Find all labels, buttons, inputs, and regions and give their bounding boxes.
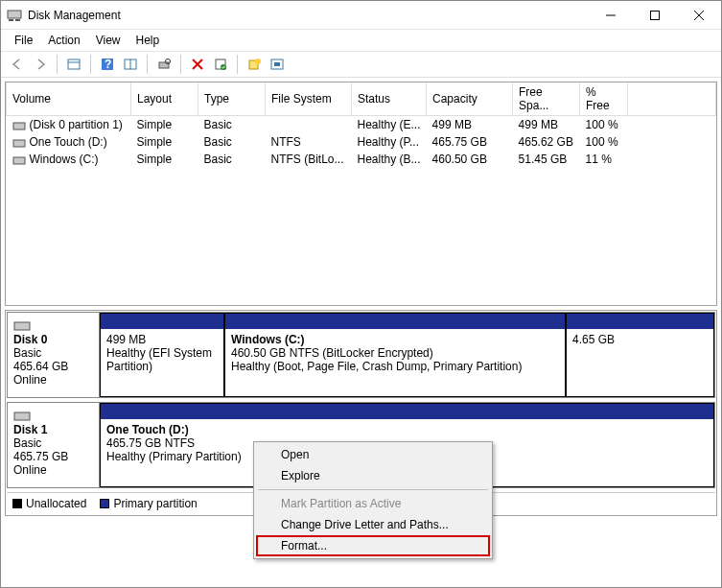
disk-info[interactable]: Disk 0Basic465.64 GBOnline [8, 313, 100, 397]
delete-button[interactable] [187, 54, 208, 75]
menu-bar: File Action View Help [1, 30, 721, 51]
svg-rect-22 [274, 62, 280, 66]
partition-header [101, 404, 713, 419]
app-icon [7, 8, 22, 23]
col-spacer [628, 82, 716, 116]
disk-icon [13, 412, 93, 421]
col-free[interactable]: Free Spa... [513, 82, 580, 116]
disk-state: Online [13, 463, 93, 477]
disk-row: Disk 0Basic465.64 GBOnline499 MBHealthy … [7, 312, 715, 398]
partition-size: 460.50 GB NTFS (BitLocker Encrypted) [231, 346, 559, 360]
table-row[interactable]: (Disk 0 partition 1)SimpleBasicHealthy (… [7, 116, 716, 134]
window-controls [589, 1, 721, 30]
svg-point-20 [255, 59, 261, 64]
svg-rect-27 [14, 412, 30, 420]
menu-action[interactable]: Action [40, 32, 87, 49]
partition-body: 4.65 GB [567, 329, 713, 396]
menu-help[interactable]: Help [128, 32, 168, 49]
close-button[interactable] [677, 1, 721, 30]
menu-view[interactable]: View [88, 32, 128, 49]
col-pctfree[interactable]: % Free [580, 82, 628, 116]
help-button[interactable]: ? [97, 54, 118, 75]
new-volume-button[interactable] [244, 54, 265, 75]
partition-body: Windows (C:)460.50 GB NTFS (BitLocker En… [225, 329, 565, 396]
partition-header [567, 314, 713, 329]
title-bar: Disk Management [1, 1, 721, 30]
context-menu: Open Explore Mark Partition as Active Ch… [253, 441, 493, 559]
partition[interactable]: Windows (C:)460.50 GB NTFS (BitLocker En… [224, 313, 566, 397]
ctx-change-drive-letter[interactable]: Change Drive Letter and Paths... [256, 514, 490, 535]
disk-size: 465.75 GB [13, 450, 93, 463]
maximize-button[interactable] [633, 1, 677, 30]
col-capacity[interactable]: Capacity [427, 82, 513, 116]
toolbar-separator [147, 55, 148, 74]
disk-icon [13, 321, 93, 331]
svg-text:?: ? [105, 58, 111, 71]
volume-table: Volume Layout Type File System Status Ca… [6, 82, 716, 168]
volume-icon [12, 154, 26, 166]
disk-state: Online [13, 373, 93, 387]
partition-status: Healthy (Boot, Page File, Crash Dump, Pr… [231, 360, 559, 373]
svg-rect-24 [13, 140, 25, 147]
partition[interactable]: 4.65 GB [566, 313, 714, 397]
svg-rect-26 [14, 322, 30, 330]
disk-type: Basic [13, 436, 93, 450]
disk-label: Disk 0 [13, 333, 93, 346]
menu-file[interactable]: File [7, 32, 40, 49]
legend-primary-swatch [100, 499, 109, 508]
partition[interactable]: 499 MBHealthy (EFI System Partition) [100, 313, 224, 397]
partition-header [101, 314, 223, 329]
column-headers: Volume Layout Type File System Status Ca… [7, 82, 716, 116]
minimize-button[interactable] [589, 1, 633, 30]
disk-info[interactable]: Disk 1Basic465.75 GBOnline [8, 403, 100, 487]
properties-button[interactable] [210, 54, 231, 75]
table-row[interactable]: One Touch (D:)SimpleBasicNTFSHealthy (P.… [7, 133, 716, 151]
partition-body: 499 MBHealthy (EFI System Partition) [101, 329, 223, 396]
svg-rect-4 [651, 11, 660, 19]
toolbar-separator [237, 55, 238, 74]
svg-rect-2 [15, 19, 20, 21]
partition-size: 4.65 GB [572, 333, 708, 346]
back-button[interactable] [7, 54, 28, 75]
col-fs[interactable]: File System [266, 82, 352, 116]
col-type[interactable]: Type [198, 82, 266, 116]
legend-unallocated-swatch [12, 499, 22, 508]
svg-rect-7 [68, 59, 80, 69]
partition-name: One Touch (D:) [106, 423, 708, 436]
rescan-button[interactable] [153, 54, 175, 75]
volume-list-pane: Volume Layout Type File System Status Ca… [5, 82, 717, 306]
col-layout[interactable]: Layout [131, 82, 198, 116]
partition-name: Windows (C:) [231, 333, 559, 346]
toolbar-separator [90, 55, 91, 74]
legend-primary-label: Primary partition [113, 497, 197, 510]
toolbar: ? [1, 51, 721, 78]
partition-header [225, 314, 565, 329]
disk-size: 465.64 GB [13, 360, 93, 373]
show-hide-console-button[interactable] [63, 54, 84, 75]
refresh-button[interactable] [120, 54, 141, 75]
settings-button[interactable] [267, 54, 288, 75]
table-row[interactable]: Windows (C:)SimpleBasicNTFS (BitLo...Hea… [7, 151, 716, 168]
svg-rect-25 [13, 157, 25, 164]
ctx-explore[interactable]: Explore [256, 465, 490, 486]
svg-rect-23 [13, 123, 25, 129]
ctx-open[interactable]: Open [256, 444, 490, 465]
ctx-separator [258, 489, 488, 490]
forward-button[interactable] [30, 54, 51, 75]
svg-rect-13 [159, 62, 169, 68]
disk-label: Disk 1 [13, 423, 93, 436]
col-volume[interactable]: Volume [7, 82, 131, 116]
svg-rect-1 [9, 19, 13, 21]
toolbar-separator [57, 55, 58, 74]
toolbar-separator [180, 55, 181, 74]
disk-graphical-pane: Disk 0Basic465.64 GBOnline499 MBHealthy … [5, 310, 717, 516]
volume-icon [12, 120, 26, 131]
svg-rect-0 [8, 11, 21, 18]
col-status[interactable]: Status [352, 82, 427, 116]
partition-status: Healthy (EFI System Partition) [106, 346, 218, 373]
volume-icon [12, 137, 26, 149]
disk-type: Basic [13, 346, 93, 360]
partition-size: 499 MB [106, 333, 218, 346]
ctx-mark-active[interactable]: Mark Partition as Active [256, 493, 490, 514]
ctx-format[interactable]: Format... [256, 535, 490, 556]
